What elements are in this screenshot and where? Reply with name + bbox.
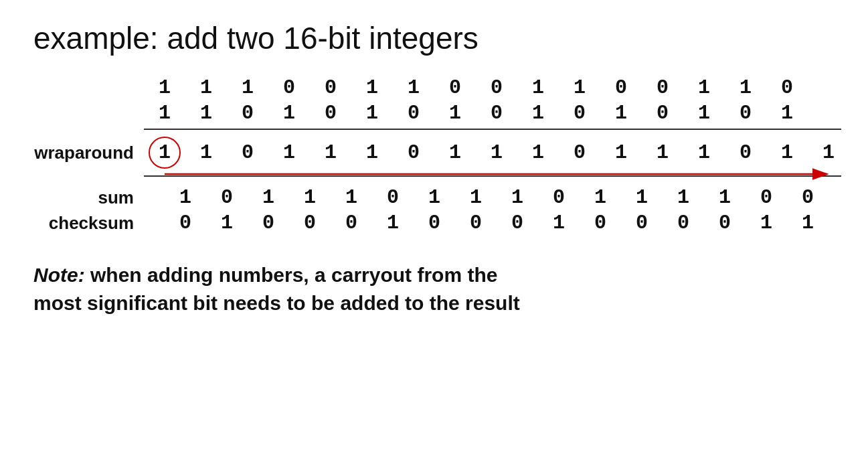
bit: 1 — [268, 102, 310, 125]
bit: 1 — [600, 102, 642, 125]
checksum-label: checksum — [27, 213, 144, 234]
bit: 0 — [787, 186, 829, 209]
bit: 1 — [683, 141, 725, 164]
bit: 1 — [517, 102, 559, 125]
bit: 0 — [414, 212, 455, 234]
wraparound-row: wraparound 1 1 0 1 1 1 0 1 1 1 0 1 1 1 — [27, 137, 841, 169]
bit: 1 — [663, 186, 704, 209]
bit: 0 — [621, 212, 663, 234]
bit: 1 — [185, 141, 227, 164]
bit: 0 — [642, 102, 683, 125]
bit: 1 — [559, 76, 600, 99]
binary-table: 1 1 1 0 0 1 1 0 0 1 1 0 0 1 1 0 1 — [27, 76, 841, 234]
bit: 1 — [331, 186, 372, 209]
bit: 0 — [393, 141, 434, 164]
bit: 0 — [310, 76, 351, 99]
bit: 0 — [766, 76, 808, 99]
bit: 0 — [642, 76, 683, 99]
bit: 1 — [766, 102, 808, 125]
bit: 1 — [600, 141, 642, 164]
note-line2: most significant bit needs to be added t… — [33, 292, 520, 314]
bit: 1 — [206, 212, 248, 234]
page-title: example: add two 16-bit integers — [33, 20, 841, 56]
bit: 1 — [642, 141, 683, 164]
checksum-row: checksum 0 1 0 0 0 1 0 0 0 1 0 0 0 0 1 1 — [27, 212, 829, 234]
bit: 0 — [476, 102, 517, 125]
bit: 1 — [704, 186, 746, 209]
bit: 0 — [268, 76, 310, 99]
bit: 0 — [372, 186, 414, 209]
bit: 1 — [683, 76, 725, 99]
wraparound-arrow — [144, 165, 841, 183]
bit: 0 — [206, 186, 248, 209]
bit: 1 — [455, 186, 497, 209]
sum-label: sum — [27, 187, 144, 208]
bit: 1 — [185, 102, 227, 125]
bit: 1 — [414, 186, 455, 209]
bit: 1 — [227, 76, 268, 99]
wraparound-bits: 1 1 0 1 1 1 0 1 1 1 0 1 1 1 0 1 1 — [144, 137, 849, 169]
bit: 0 — [165, 212, 206, 234]
bit: 1 — [517, 76, 559, 99]
bit: 1 — [808, 141, 849, 164]
num1-row: 1 1 1 0 0 1 1 0 0 1 1 0 0 1 1 0 — [27, 76, 808, 99]
bit: 1 — [434, 102, 476, 125]
bit: 0 — [538, 186, 580, 209]
bit: 0 — [663, 212, 704, 234]
bit: 1 — [185, 76, 227, 99]
bit: 0 — [725, 141, 766, 164]
bit: 1 — [351, 76, 393, 99]
circled-carry-bit: 1 — [149, 137, 181, 169]
bit: 0 — [434, 76, 476, 99]
num1-bits: 1 1 1 0 0 1 1 0 0 1 1 0 0 1 1 0 — [144, 76, 808, 99]
divider-1 — [27, 129, 841, 130]
bit: 1 — [351, 141, 393, 164]
bit: 0 — [559, 102, 600, 125]
bit: 1 — [517, 141, 559, 164]
arrow-svg — [144, 165, 841, 183]
bit: 1 — [766, 141, 808, 164]
bit: 0 — [227, 102, 268, 125]
bit: 0 — [331, 212, 372, 234]
bit: 0 — [248, 212, 289, 234]
bit: 0 — [476, 76, 517, 99]
bit: 1 — [580, 186, 621, 209]
bit: 0 — [600, 76, 642, 99]
bit: 0 — [455, 212, 497, 234]
sum-row: sum 1 0 1 1 1 0 1 1 1 0 1 1 1 1 0 0 — [27, 186, 829, 209]
bit: 1 — [372, 212, 414, 234]
bit: 1 — [310, 141, 351, 164]
sum-bits: 1 0 1 1 1 0 1 1 1 0 1 1 1 1 0 0 — [144, 186, 829, 209]
bit: 1 — [434, 141, 476, 164]
bit: 0 — [580, 212, 621, 234]
bit: 0 — [497, 212, 538, 234]
note-italic: Note: — [33, 264, 85, 286]
checksum-bits: 0 1 0 0 0 1 0 0 0 1 0 0 0 0 1 1 — [144, 212, 829, 234]
bit: 1 — [497, 186, 538, 209]
bit: 0 — [393, 102, 434, 125]
bit: 1 — [144, 76, 185, 99]
bit: 1 — [144, 102, 185, 125]
bit: 1 — [248, 186, 289, 209]
bit: 1 — [268, 141, 310, 164]
bit: 1 — [725, 76, 766, 99]
page-container: example: add two 16-bit integers 1 1 1 0… — [0, 0, 868, 470]
bit: 1 — [165, 186, 206, 209]
bit: 0 — [559, 141, 600, 164]
bit: 0 — [289, 212, 331, 234]
bit: 1 — [476, 141, 517, 164]
num2-row: 1 1 0 1 0 1 0 1 0 1 0 1 0 1 0 1 — [27, 102, 808, 125]
wraparound-section: wraparound 1 1 0 1 1 1 0 1 1 1 0 1 1 1 — [27, 134, 841, 169]
bit: 0 — [704, 212, 746, 234]
bit: 1 — [538, 212, 580, 234]
num2-bits: 1 1 0 1 0 1 0 1 0 1 0 1 0 1 0 1 — [144, 102, 808, 125]
note-text: Note: when adding numbers, a carryout fr… — [33, 261, 841, 317]
bit: 1 — [289, 186, 331, 209]
bit: 0 — [725, 102, 766, 125]
bit: 1 — [393, 76, 434, 99]
bit: 1 — [787, 212, 829, 234]
bit: 1 — [683, 102, 725, 125]
note-section: Note: when adding numbers, a carryout fr… — [33, 261, 841, 317]
bit: 0 — [310, 102, 351, 125]
wraparound-label: wraparound — [27, 143, 144, 163]
